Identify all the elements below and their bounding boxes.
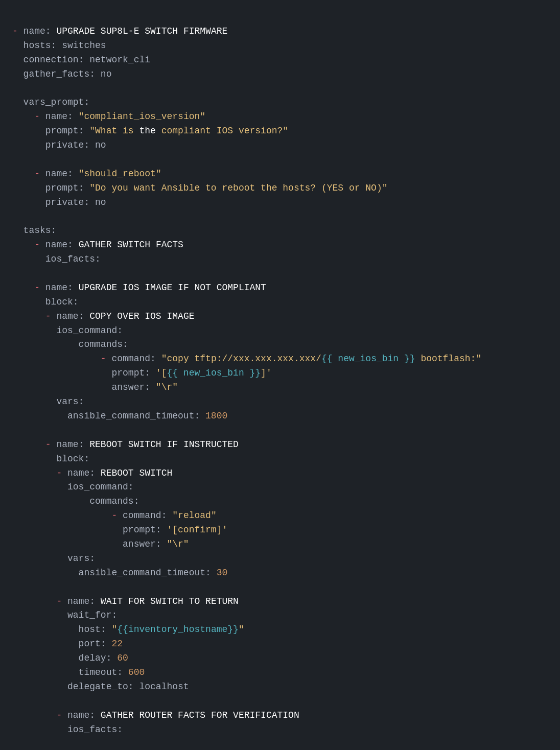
line-10: prompt: "Do you want Ansible to reboot t…: [12, 183, 388, 193]
line-35: - name: WAIT FOR SWITCH TO RETURN: [12, 596, 239, 606]
line-2: hosts: switches: [12, 40, 106, 51]
line-13: - name: GATHER SWITCH FACTS: [12, 240, 183, 250]
line-31: prompt: '[confirm]': [12, 525, 227, 535]
line-26: block:: [12, 454, 89, 464]
line-25: - name: REBOOT SWITCH IF INSTRUCTED: [12, 439, 239, 450]
line-9: - name: "should_reboot": [12, 169, 161, 179]
line-34: ansible_command_timeout: 30: [12, 568, 227, 578]
line-37: host: "{{inventory_hostname}}": [12, 624, 244, 635]
line-24: ansible_command_timeout: 1800: [12, 411, 227, 421]
line-blank-7: [12, 696, 18, 706]
line-19: commands:: [12, 339, 128, 349]
line-8: private: no: [12, 140, 106, 150]
line-42: - name: GATHER ROUTER FACTS FOR VERIFICA…: [12, 710, 299, 720]
line-blank-6: [12, 582, 18, 592]
line-blank-1: [12, 83, 18, 93]
line-14: ios_facts:: [12, 254, 101, 264]
line-4: gather_facts: no: [12, 69, 111, 79]
code-display: - name: UPGRADE SUP8L-E SWITCH FIRMWARE …: [12, 10, 548, 750]
line-29: commands:: [12, 496, 139, 506]
line-43: ios_facts:: [12, 724, 123, 735]
line-3: connection: network_cli: [12, 55, 150, 65]
line-40: timeout: 600: [12, 667, 145, 677]
line-15: - name: UPGRADE IOS IMAGE IF NOT COMPLIA…: [12, 283, 266, 293]
line-blank-2: [12, 154, 18, 165]
line-30: - command: "reload": [12, 510, 217, 521]
line-blank-4: [12, 268, 18, 278]
line-36: wait_for:: [12, 610, 117, 620]
line-33: vars:: [12, 553, 95, 564]
line-blank-5: [12, 425, 18, 435]
line-blank-8: [12, 738, 18, 748]
line-18: ios_command:: [12, 325, 123, 336]
line-1: - name: UPGRADE SUP8L-E SWITCH FIRMWARE: [12, 26, 227, 36]
line-27: - name: REBOOT SWITCH: [12, 468, 172, 478]
line-21: prompt: '[{{ new_ios_bin }}]': [12, 368, 272, 378]
line-12: tasks:: [12, 225, 56, 236]
line-23: vars:: [12, 396, 84, 407]
line-22: answer: "\r": [12, 382, 178, 392]
line-6: - name: "compliant_ios_version": [12, 111, 205, 122]
line-41: delegate_to: localhost: [12, 682, 189, 692]
line-39: delay: 60: [12, 653, 128, 663]
line-20: - command: "copy tftp://xxx.xxx.xxx.xxx/…: [12, 354, 481, 364]
line-7: prompt: "What is the compliant IOS versi…: [12, 126, 288, 136]
line-5: vars_prompt:: [12, 97, 89, 107]
line-11: private: no: [12, 197, 106, 207]
line-38: port: 22: [12, 639, 123, 649]
line-17: - name: COPY OVER IOS IMAGE: [12, 311, 194, 321]
line-blank-3: [12, 211, 18, 221]
line-16: block:: [12, 297, 79, 307]
line-32: answer: "\r": [12, 539, 189, 549]
line-28: ios_command:: [12, 482, 134, 492]
